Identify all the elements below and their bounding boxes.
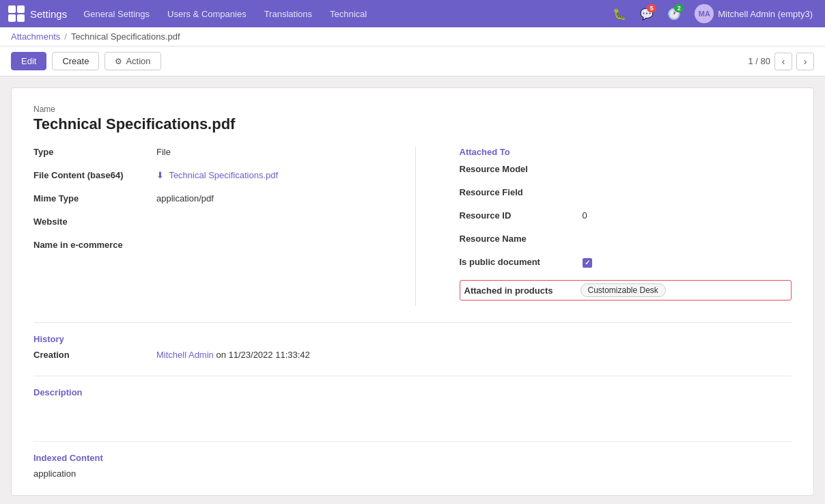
field-value-file-content: ⬇ Technical Specifications.pdf (156, 170, 278, 180)
field-value-creation: Mitchell Admin on 11/23/2022 11:33:42 (156, 350, 310, 360)
history-section-header: History (33, 334, 792, 344)
pagination: 1 / 80 ‹ › (748, 53, 814, 70)
field-website: Website (33, 216, 382, 232)
fields-right: Attached To Resource Model Resource Fiel… (443, 147, 792, 306)
field-label-mime-type: Mime Type (33, 193, 156, 204)
field-value-resource-id: 0 (583, 210, 587, 221)
bug-icon: 🐛 (613, 8, 626, 20)
field-is-public: Is public document (460, 257, 792, 272)
attached-to-title: Attached To (460, 147, 792, 157)
field-label-is-public: Is public document (460, 257, 583, 267)
user-menu[interactable]: MA Mitchell Admin (empty3) (690, 4, 817, 23)
topnav: Settings General Settings Users & Compan… (0, 0, 825, 27)
field-file-content: File Content (base64) ⬇ Technical Specif… (33, 170, 382, 185)
field-resource-model: Resource Model (460, 164, 792, 179)
field-label-name-ecommerce: Name in e-commerce (33, 240, 156, 250)
avatar: MA (695, 4, 714, 23)
product-tag-label: Customizable Desk (588, 285, 658, 295)
clock-badge: 2 (674, 4, 684, 12)
field-value-mime-type: application/pdf (156, 193, 214, 204)
breadcrumb-separator: / (64, 31, 67, 42)
chat-icon-btn[interactable]: 💬 5 (636, 3, 658, 25)
toolbar: Edit Create ⚙ Action 1 / 80 ‹ › (0, 46, 825, 76)
download-icon: ⬇ (156, 170, 164, 180)
grid-icon (8, 5, 25, 22)
field-resource-field: Resource Field (460, 187, 792, 202)
field-label-creation: Creation (33, 350, 156, 360)
description-content (33, 403, 792, 430)
field-mime-type: Mime Type application/pdf (33, 193, 382, 208)
nav-translations[interactable]: Translations (256, 0, 320, 27)
chat-badge: 5 (647, 4, 656, 12)
separator-1 (33, 322, 792, 323)
field-name-ecommerce: Name in e-commerce (33, 240, 382, 255)
pagination-prev[interactable]: ‹ (774, 53, 792, 70)
fields-grid: Type File File Content (base64) ⬇ Techni… (33, 147, 792, 306)
breadcrumb-parent[interactable]: Attachments (11, 31, 60, 42)
field-creation: Creation Mitchell Admin on 11/23/2022 11… (33, 350, 792, 365)
field-label-website: Website (33, 216, 156, 227)
creation-date: on 11/23/2022 11:33:42 (214, 350, 310, 360)
column-divider (415, 147, 416, 306)
user-name: Mitchell Admin (empty3) (718, 9, 813, 19)
nav-general[interactable]: General Settings (75, 0, 158, 27)
separator-3 (33, 441, 792, 442)
content-area: Name Technical Specifications.pdf Type F… (0, 76, 825, 504)
gear-icon: ⚙ (115, 57, 122, 66)
field-type: Type File (33, 147, 382, 162)
description-section-header: Description (33, 387, 792, 397)
app-logo[interactable]: Settings (8, 5, 67, 22)
nav-users[interactable]: Users & Companies (159, 0, 255, 27)
field-label-type: Type (33, 147, 156, 157)
creation-user-link[interactable]: Mitchell Admin (156, 350, 214, 360)
nav-technical[interactable]: Technical (322, 0, 375, 27)
field-value-is-public (583, 257, 592, 268)
is-public-checkbox[interactable] (583, 258, 592, 268)
field-value-attached-products: Customizable Desk (581, 283, 666, 297)
indexed-content-value: application (33, 468, 792, 479)
action-button[interactable]: ⚙ Action (104, 52, 160, 70)
clock-icon-btn[interactable]: 🕐 2 (663, 3, 685, 25)
topnav-right: 🐛 💬 5 🕐 2 MA Mitchell Admin (empty3) (609, 3, 817, 25)
name-label: Name (33, 104, 792, 114)
pagination-info: 1 / 80 (748, 56, 770, 66)
field-label-attached-products: Attached in products (464, 285, 581, 296)
topnav-menu: General Settings Users & Companies Trans… (75, 0, 606, 27)
debug-icon-btn[interactable]: 🐛 (609, 3, 630, 25)
breadcrumb: Attachments / Technical Specifications.p… (0, 27, 825, 46)
indexed-content-section-header: Indexed Content (33, 453, 792, 463)
app-title: Settings (30, 8, 67, 20)
field-resource-name: Resource Name (460, 234, 792, 249)
field-label-resource-id: Resource ID (460, 210, 583, 221)
field-attached-products-row: Attached in products Customizable Desk (460, 280, 792, 300)
record-card: Name Technical Specifications.pdf Type F… (11, 87, 814, 496)
field-label-resource-model: Resource Model (460, 164, 583, 174)
edit-button[interactable]: Edit (11, 52, 46, 70)
field-label-resource-name: Resource Name (460, 234, 583, 244)
field-label-resource-field: Resource Field (460, 187, 583, 197)
file-content-link[interactable]: Technical Specifications.pdf (169, 170, 278, 180)
field-resource-id: Resource ID 0 (460, 210, 792, 225)
record-title: Technical Specifications.pdf (33, 115, 792, 133)
field-value-type: File (156, 147, 171, 157)
pagination-next[interactable]: › (796, 53, 814, 70)
field-label-file-content: File Content (base64) (33, 170, 156, 180)
create-button[interactable]: Create (52, 52, 99, 70)
fields-left: Type File File Content (base64) ⬇ Techni… (33, 147, 382, 306)
separator-2 (33, 376, 792, 376)
product-tag[interactable]: Customizable Desk (581, 283, 666, 297)
breadcrumb-current: Technical Specifications.pdf (71, 31, 180, 42)
